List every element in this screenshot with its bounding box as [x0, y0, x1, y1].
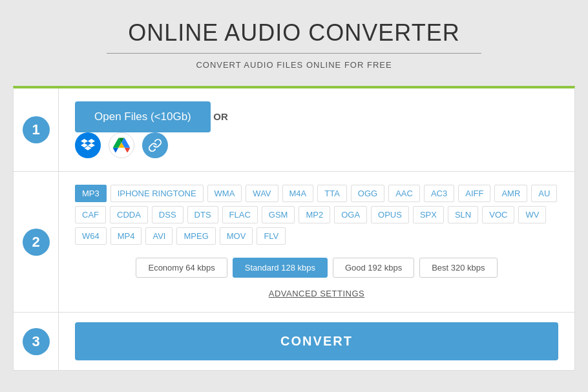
quality-btn-economy[interactable]: Economy 64 kbps	[136, 258, 227, 278]
step-2-section: 2 MP3IPHONE RINGTONEWMAWAVM4ATTAOGGAACAC…	[14, 172, 574, 313]
format-btn-voc[interactable]: VOC	[482, 206, 514, 223]
step-2-content: MP3IPHONE RINGTONEWMAWAVM4ATTAOGGAACAC3A…	[59, 172, 574, 312]
google-drive-icon[interactable]	[109, 132, 134, 158]
step-3-content: CONVERT	[59, 313, 574, 370]
format-btn-flv[interactable]: FLV	[257, 227, 286, 245]
format-btn-sln[interactable]: SLN	[448, 206, 478, 223]
advanced-settings-link[interactable]: ADVANCED SETTINGS	[269, 289, 364, 298]
format-btn-aac[interactable]: AAC	[388, 185, 420, 202]
step-3-circle: 3	[23, 328, 50, 355]
format-btn-caf[interactable]: CAF	[75, 206, 106, 223]
format-grid: MP3IPHONE RINGTONEWMAWAVM4ATTAOGGAACAC3A…	[75, 185, 558, 245]
format-btn-mp2[interactable]: MP2	[299, 206, 330, 223]
advanced-settings-container: ADVANCED SETTINGS	[75, 287, 558, 299]
format-btn-gsm[interactable]: GSM	[262, 206, 295, 223]
main-content: 1 Open Files (<10Gb) OR	[13, 86, 575, 371]
format-btn-mpeg[interactable]: MPEG	[176, 227, 215, 245]
format-btn-dts[interactable]: DTS	[187, 206, 218, 223]
format-btn-mp4[interactable]: MP4	[110, 227, 142, 245]
format-btn-mp3[interactable]: MP3	[75, 185, 107, 202]
format-btn-w64[interactable]: W64	[75, 227, 107, 245]
cloud-icons-group	[75, 132, 558, 158]
format-btn-tta[interactable]: TTA	[317, 185, 347, 202]
format-btn-opus[interactable]: OPUS	[371, 206, 409, 223]
convert-button[interactable]: CONVERT	[75, 322, 558, 360]
step-2-number: 2	[14, 172, 59, 312]
format-btn-ogg[interactable]: OGG	[351, 185, 384, 202]
format-btn-flac[interactable]: FLAC	[222, 206, 258, 223]
format-btn-spx[interactable]: SPX	[413, 206, 444, 223]
step-1-content: Open Files (<10Gb) OR	[59, 88, 574, 171]
format-btn-amr[interactable]: AMR	[494, 185, 527, 202]
step-1-circle: 1	[23, 116, 50, 143]
format-btn-ac3[interactable]: AC3	[424, 185, 454, 202]
quality-btn-standard[interactable]: Standard 128 kbps	[233, 258, 328, 278]
page-wrapper: ONLINE AUDIO CONVERTER CONVERT AUDIO FIL…	[0, 0, 588, 392]
format-btn-dss[interactable]: DSS	[152, 206, 184, 223]
step-3-number: 3	[14, 313, 59, 370]
format-btn-au[interactable]: AU	[531, 185, 557, 202]
quality-row: Economy 64 kbpsStandard 128 kbpsGood 192…	[75, 258, 558, 278]
format-btn-oga[interactable]: OGA	[334, 206, 367, 223]
format-btn-iphone_ringtone[interactable]: IPHONE RINGTONE	[110, 185, 204, 202]
format-btn-wv[interactable]: WV	[518, 206, 546, 223]
page-title: ONLINE AUDIO CONVERTER	[13, 19, 575, 46]
step-2-circle: 2	[23, 229, 50, 256]
format-btn-wma[interactable]: WMA	[207, 185, 242, 202]
format-btn-m4a[interactable]: M4A	[282, 185, 314, 202]
format-btn-mov[interactable]: MOV	[220, 227, 253, 245]
subtitle: CONVERT AUDIO FILES ONLINE FOR FREE	[13, 60, 575, 70]
format-btn-cdda[interactable]: CDDA	[110, 206, 148, 223]
header: ONLINE AUDIO CONVERTER CONVERT AUDIO FIL…	[0, 0, 588, 76]
svg-marker-0	[81, 139, 88, 147]
step-1-number: 1	[14, 88, 59, 171]
or-label: OR	[213, 111, 228, 122]
step-3-section: 3 CONVERT	[14, 313, 574, 370]
svg-marker-1	[88, 139, 95, 147]
url-link-icon[interactable]	[142, 132, 168, 158]
format-btn-avi[interactable]: AVI	[145, 227, 173, 245]
dropbox-icon[interactable]	[75, 132, 101, 158]
step-1-section: 1 Open Files (<10Gb) OR	[14, 88, 574, 172]
quality-btn-good[interactable]: Good 192 kbps	[333, 258, 414, 278]
open-files-button[interactable]: Open Files (<10Gb)	[75, 101, 211, 132]
format-btn-wav[interactable]: WAV	[246, 185, 278, 202]
header-divider	[107, 53, 481, 54]
quality-btn-best[interactable]: Best 320 kbps	[419, 258, 497, 278]
format-btn-aiff[interactable]: AIFF	[458, 185, 490, 202]
